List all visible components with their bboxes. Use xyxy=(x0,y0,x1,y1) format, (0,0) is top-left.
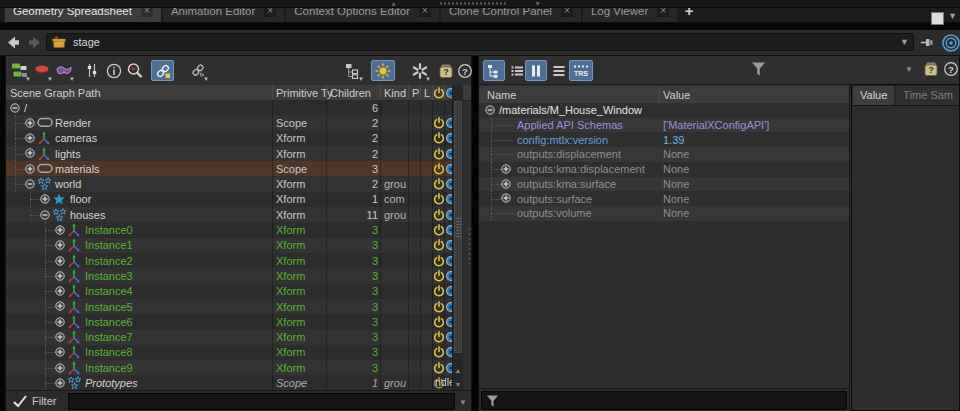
tree-row-instance4[interactable]: Instance4Xform3 xyxy=(6,284,452,299)
expander-icon[interactable] xyxy=(55,317,65,327)
follow-selection-radar-icon[interactable] xyxy=(941,33,960,53)
splitter-collapse-up-icon[interactable]: ▲ xyxy=(390,0,397,7)
expander-icon[interactable] xyxy=(25,118,35,128)
expander-icon[interactable] xyxy=(501,164,511,174)
prim-path-label[interactable]: cameras xyxy=(55,131,97,146)
subpanel-tab-time-sam[interactable]: Time Sam xyxy=(896,86,960,105)
prim-path-label[interactable]: Instance9 xyxy=(85,360,133,375)
active-power-toggle-icon[interactable] xyxy=(433,314,445,329)
prop-row-outputs-displacement[interactable]: outputs:displacementNone xyxy=(479,147,849,162)
render-disc-button[interactable]: ▼ xyxy=(32,60,52,81)
active-power-toggle-icon[interactable] xyxy=(433,284,445,299)
prop-row-outputs-kma-displacement[interactable]: outputs:kma:displacementNone xyxy=(479,162,849,177)
pane-divider-grip[interactable] xyxy=(468,228,471,264)
column-header-active-icon[interactable] xyxy=(433,85,445,100)
help-bag-button[interactable]: ? xyxy=(436,60,456,81)
tree-row-instance2[interactable]: Instance2Xform3 xyxy=(6,253,452,268)
column-header-scene-graph-path[interactable]: Scene Graph Path xyxy=(10,85,101,100)
prop-column-header-name[interactable]: Name xyxy=(487,86,516,103)
prim-path-label[interactable]: world xyxy=(55,177,81,192)
tree-row-floor[interactable]: floorXform1com xyxy=(6,192,452,207)
prim-path-label[interactable]: Prototypes xyxy=(85,375,138,390)
prop-value[interactable]: None xyxy=(663,191,689,206)
tree-row-instance0[interactable]: Instance0Xform3 xyxy=(6,222,452,237)
visibility-eye-toggle-icon[interactable] xyxy=(445,222,452,237)
details-menu-caret-icon[interactable]: ▼ xyxy=(905,65,913,74)
prim-path-label[interactable]: Instance3 xyxy=(85,268,133,283)
splitter-grip[interactable] xyxy=(440,2,506,5)
active-power-toggle-icon[interactable] xyxy=(433,177,445,192)
prop-name[interactable]: outputs:displacement xyxy=(517,147,621,162)
tree-row-prototypes[interactable]: PrototypesScope1groundle xyxy=(6,375,452,390)
column-header-kind[interactable]: Kind xyxy=(384,85,406,100)
nav-forward-button[interactable] xyxy=(26,34,43,51)
expander-icon[interactable] xyxy=(25,133,35,143)
prim-path-label[interactable]: Render xyxy=(55,115,91,130)
prim-path-label[interactable]: Instance5 xyxy=(85,299,133,314)
tree-row-instance8[interactable]: Instance8Xform3 xyxy=(6,345,452,360)
prim-path-label[interactable]: Instance4 xyxy=(85,284,133,299)
tree-row-root[interactable]: /6 xyxy=(6,100,452,115)
properties-filter-input[interactable] xyxy=(481,391,847,410)
visibility-eye-toggle-icon[interactable] xyxy=(445,314,452,329)
expander-icon[interactable] xyxy=(25,164,35,174)
tree-row-cameras[interactable]: camerasXform2 xyxy=(6,131,452,146)
expander-icon[interactable] xyxy=(55,225,65,235)
prim-path-label[interactable]: Instance8 xyxy=(85,345,133,360)
prop-name[interactable]: Applied API Schemas xyxy=(517,118,623,133)
active-power-toggle-icon[interactable] xyxy=(433,238,445,253)
prim-path-label[interactable]: / xyxy=(24,100,27,115)
active-power-toggle-icon[interactable] xyxy=(433,207,445,222)
prop-row-outputs-volume[interactable]: outputs:volumeNone xyxy=(479,206,849,221)
visibility-eye-toggle-icon[interactable] xyxy=(445,177,452,192)
scroll-up-button[interactable]: ▲ xyxy=(453,364,463,377)
tree-row-instance1[interactable]: Instance1Xform3 xyxy=(6,238,452,253)
prop-row-outputs-surface[interactable]: outputs:surfaceNone xyxy=(479,191,849,206)
tree-filter-input[interactable] xyxy=(68,393,455,410)
tree-vertical-scrollbar[interactable]: ▲ ▼ xyxy=(452,85,463,391)
details-help-bag-button[interactable]: ? xyxy=(922,60,940,78)
tree-row-world[interactable]: worldXform2grou xyxy=(6,177,452,192)
expander-icon[interactable] xyxy=(25,148,35,158)
prop-value[interactable]: ['MaterialXConfigAPI'] xyxy=(663,118,769,133)
column-header-l[interactable]: L xyxy=(424,85,430,100)
expander-icon[interactable] xyxy=(55,301,65,311)
mask-display-button[interactable]: ▼ xyxy=(54,60,74,81)
link-options-button[interactable]: ▼ xyxy=(188,60,208,81)
subpanel-tab-value[interactable]: Value xyxy=(853,86,894,105)
network-path-field[interactable]: stage ▼ xyxy=(46,33,914,51)
visibility-eye-toggle-icon[interactable] xyxy=(445,345,452,360)
path-dropdown-caret-icon[interactable]: ▼ xyxy=(900,37,909,47)
prim-path-label[interactable]: materials xyxy=(55,161,100,176)
prim-path-label[interactable]: houses xyxy=(70,207,105,222)
trs-filter-toggle[interactable]: TRS xyxy=(569,60,593,81)
tree-view-toggle[interactable] xyxy=(483,60,505,81)
prop-name[interactable]: outputs:surface xyxy=(517,191,592,206)
visibility-eye-toggle-icon[interactable] xyxy=(445,253,452,268)
details-help-button[interactable]: ? xyxy=(943,61,959,77)
scrollbar-thumb[interactable] xyxy=(454,101,462,353)
rows-view-toggle[interactable] xyxy=(549,60,569,81)
expander-icon[interactable] xyxy=(40,194,50,204)
expander-icon[interactable] xyxy=(501,179,511,189)
column-header-p[interactable]: P xyxy=(412,85,419,100)
tree-row-instance5[interactable]: Instance5Xform3 xyxy=(6,299,452,314)
tree-row-houses[interactable]: housesXform11grou xyxy=(6,207,452,222)
visibility-eye-toggle-icon[interactable] xyxy=(445,238,452,253)
column-header-children[interactable]: Children xyxy=(330,85,371,100)
properties-column-headers[interactable]: NameValue xyxy=(479,86,849,104)
prop-root-path[interactable]: /materials/M_House_Window xyxy=(499,103,642,118)
visibility-eye-toggle-icon[interactable] xyxy=(445,360,452,375)
visibility-eye-toggle-icon[interactable] xyxy=(445,146,452,161)
expander-icon[interactable] xyxy=(10,103,20,113)
visibility-eye-toggle-icon[interactable] xyxy=(445,161,452,176)
active-power-toggle-icon[interactable] xyxy=(433,345,445,360)
list-view-toggle[interactable] xyxy=(507,60,527,81)
splitter-collapse-down-icon[interactable]: ▼ xyxy=(534,0,541,7)
tree-row-instance9[interactable]: Instance9Xform3 xyxy=(6,360,452,375)
expander-icon[interactable] xyxy=(485,105,495,115)
viewport-light-toggle[interactable] xyxy=(371,60,395,81)
prop-value[interactable]: None xyxy=(663,177,689,192)
tree-row-instance7[interactable]: Instance7Xform3 xyxy=(6,330,452,345)
filter-dropdown-caret-icon[interactable]: ▼ xyxy=(459,398,467,407)
